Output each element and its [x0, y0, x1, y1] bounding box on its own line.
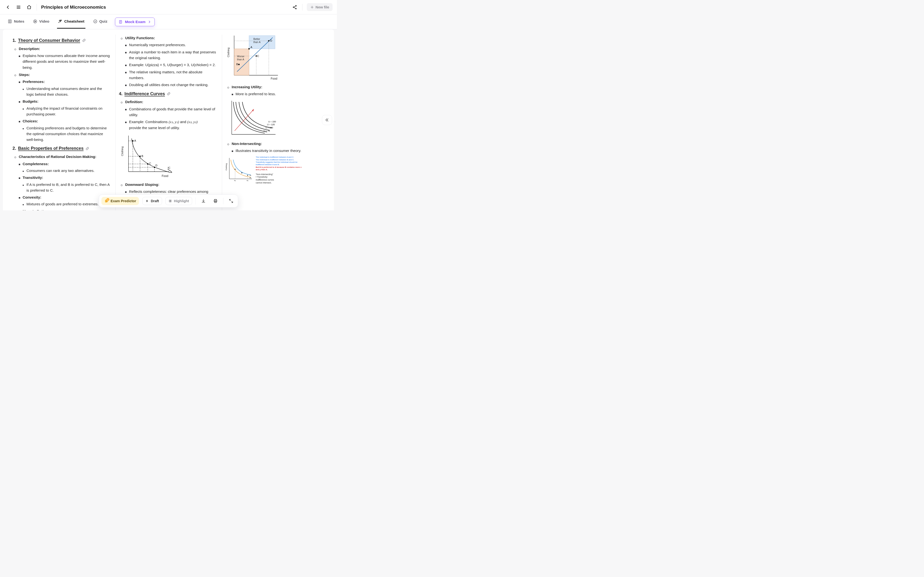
list-label: Budgets:: [23, 99, 39, 103]
expand-icon: [229, 199, 233, 203]
list-text: Combinations of goods that provide the s…: [129, 107, 215, 117]
axis-label-y: Clothing: [228, 48, 230, 57]
svg-point-13: [59, 23, 59, 23]
link-icon[interactable]: [167, 92, 171, 96]
share-button[interactable]: [291, 3, 298, 11]
list-text: Assign a number to each item in a way th…: [129, 50, 216, 60]
print-icon: [213, 199, 218, 203]
svg-text:u₁: u₁: [250, 174, 251, 176]
chevron-left-icon: [5, 5, 10, 10]
bolt-icon: [145, 199, 149, 203]
highlight-icon: [169, 199, 172, 203]
list-text: Understanding what consumers desire and …: [26, 87, 102, 97]
math-expression: (x₂, y₂): [187, 120, 197, 124]
region-label: Worse: [237, 55, 244, 58]
expand-button[interactable]: [227, 197, 236, 205]
list-label: Downward Sloping:: [125, 182, 159, 187]
list-text: Explains how consumers allocate their in…: [23, 53, 110, 69]
tab-notes[interactable]: Notes: [7, 15, 25, 29]
list-text: Numerically represent preferences.: [129, 43, 186, 47]
tab-quiz[interactable]: Quiz: [92, 15, 108, 29]
point-label: C: [149, 162, 151, 165]
back-button[interactable]: [4, 3, 11, 11]
link-icon[interactable]: [86, 147, 89, 150]
section-title[interactable]: Basic Properties of Preferences: [18, 145, 84, 152]
button-label: Exam Predictor: [110, 199, 136, 203]
list-label: Definition:: [125, 100, 143, 104]
section-title[interactable]: Theory of Consumer Behavior: [18, 37, 80, 44]
hamburger-icon: [16, 5, 21, 10]
list-text: Consumers can rank any two alternatives.: [26, 169, 95, 172]
tabs-bar: Notes Video Cheatsheet Quiz Mock Exam: [0, 15, 337, 29]
figure-non-intersecting: Clothing x₁ x₂ u₁ u₂ The individual is i…: [226, 156, 323, 184]
axis-label-x: Food: [271, 77, 277, 80]
figure-increasing-utility: U = 150 U = 125 U = 100 U = 75: [228, 100, 323, 138]
svg-point-43: [238, 64, 240, 65]
draft-button[interactable]: Draft: [142, 197, 162, 205]
svg-line-55: [234, 109, 254, 131]
svg-text:than A: than A: [254, 40, 261, 44]
svg-text:than A: than A: [237, 58, 244, 61]
list-label: Choices:: [23, 119, 38, 123]
section-number: 4.: [119, 90, 123, 97]
list-label: Completeness:: [23, 162, 49, 166]
svg-point-12: [61, 20, 61, 21]
tab-label: Mock Exam: [125, 20, 145, 24]
tab-mock-exam[interactable]: Mock Exam: [115, 18, 155, 26]
list-label: Description:: [19, 47, 40, 51]
section-title[interactable]: Indifference Curves: [124, 90, 165, 97]
list-text: Combining preferences and budgets to det…: [26, 126, 107, 142]
list-label: Utility Functions:: [125, 36, 155, 40]
figure-preference-regions: Clothing Worse than A Better than A A B …: [228, 35, 323, 81]
list-text: More is preferred to less.: [236, 92, 276, 96]
share-icon: [292, 5, 297, 10]
svg-text:u₂: u₂: [250, 177, 251, 178]
top-bar: Principles of Microeconomics New file: [0, 0, 337, 15]
print-button[interactable]: [211, 197, 220, 205]
new-file-button[interactable]: New file: [307, 3, 333, 11]
floating-toolbar: 1 Exam Predictor Draft Highlight: [99, 195, 238, 208]
link-icon[interactable]: [82, 39, 86, 42]
svg-text:Clothing: Clothing: [226, 163, 228, 171]
axis-label-x: Food: [162, 174, 168, 178]
list-text: Mixtures of goods are preferred to extre…: [26, 202, 99, 206]
point-label: D: [155, 164, 157, 167]
menu-button[interactable]: [15, 3, 22, 11]
svg-rect-76: [170, 200, 171, 202]
collapse-panel-button[interactable]: [322, 115, 332, 125]
section-number: 1.: [13, 37, 16, 44]
content-area: 1. Theory of Consumer Behavior Descripti…: [3, 29, 334, 210]
list-label: Convexity:: [23, 195, 41, 199]
tab-label: Video: [39, 19, 49, 24]
svg-text:B: B: [236, 63, 238, 66]
figure-legend: "Non-Intersecting" • Transitivity: Indif…: [256, 173, 323, 184]
home-button[interactable]: [26, 3, 33, 11]
chevron-right-icon: [148, 20, 151, 24]
check-circle-icon: [93, 19, 97, 24]
highlight-button[interactable]: Highlight: [166, 197, 192, 205]
download-icon: [201, 199, 206, 203]
list-text: Example: Combinations: [129, 120, 169, 124]
new-file-label: New file: [315, 5, 329, 9]
svg-text:x₂: x₂: [247, 180, 248, 181]
list-label: Preferences:: [23, 80, 45, 84]
list-text: and: [180, 120, 187, 124]
svg-text:U = 75: U = 75: [263, 130, 270, 132]
curve-label: IC: [168, 166, 170, 169]
svg-marker-11: [35, 21, 36, 22]
tab-cheatsheet[interactable]: Cheatsheet: [57, 15, 86, 29]
exam-predictor-button[interactable]: 1 Exam Predictor: [101, 197, 139, 205]
column-2: Utility Functions: Numerically represent…: [115, 35, 221, 210]
point-label: A: [134, 139, 136, 142]
page-title: Principles of Microeconomics: [41, 5, 106, 10]
download-button[interactable]: [199, 197, 208, 205]
play-icon: [33, 19, 37, 24]
svg-text:Better: Better: [254, 37, 260, 40]
svg-line-80: [229, 199, 231, 200]
list-text: If A is preferred to B, and B is preferr…: [26, 182, 110, 192]
tab-video[interactable]: Video: [32, 15, 50, 29]
figure-caption: The individual is indifferent between A …: [256, 156, 323, 171]
figure-indifference-curve: Clothing IC A B C D Food: [121, 133, 216, 179]
svg-text:U = 100: U = 100: [265, 126, 273, 129]
svg-line-7: [294, 7, 296, 8]
